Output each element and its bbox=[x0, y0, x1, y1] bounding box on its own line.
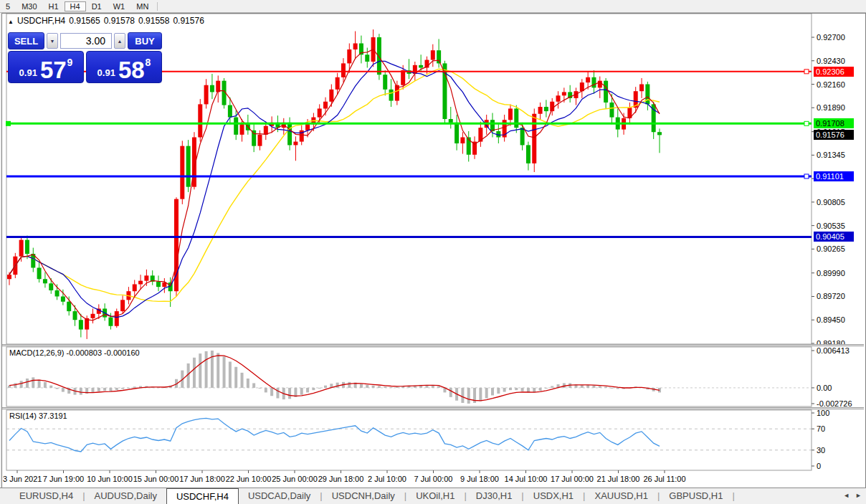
timeframe-5[interactable]: 5 bbox=[0, 1, 16, 11]
ohlc-close: 0.91576 bbox=[173, 16, 204, 26]
macd-histogram-bar bbox=[390, 387, 393, 388]
pane-splitter[interactable] bbox=[2, 344, 864, 346]
macd-histogram-bar bbox=[503, 388, 506, 392]
timeframe-h1[interactable]: H1 bbox=[43, 1, 65, 11]
tab-eurusd-h4[interactable]: EURUSD,H4 bbox=[10, 488, 82, 504]
candle-body bbox=[544, 107, 548, 111]
tab-scroll-right-icon[interactable]: ► bbox=[855, 492, 862, 499]
price-level-label: 0.91101 bbox=[814, 171, 854, 181]
time-tick-label: 14 Jul 10:00 bbox=[505, 475, 548, 483]
macd-histogram-bar bbox=[193, 358, 196, 388]
lot-increase-button[interactable]: ▲ bbox=[114, 33, 125, 49]
time-tick-label: 15 Jun 00:00 bbox=[133, 475, 179, 483]
candle-body bbox=[401, 70, 405, 85]
tab-xauusd-h1[interactable]: XAUUSD,H1 bbox=[586, 488, 657, 504]
candle-body bbox=[61, 296, 65, 301]
hline-right-handle[interactable] bbox=[804, 121, 809, 125]
candle-body bbox=[460, 138, 465, 143]
chart-symbol: USDCHF,H4 bbox=[17, 16, 65, 26]
candle-body bbox=[293, 142, 298, 146]
macd-histogram-bar bbox=[32, 377, 34, 388]
macd-tick-label: 0.00 bbox=[817, 384, 832, 392]
candle-body bbox=[365, 54, 369, 62]
candle-body bbox=[520, 128, 525, 145]
price-tick-label: 0.92700 bbox=[817, 33, 845, 42]
price-tick-label: 0.89720 bbox=[817, 292, 845, 300]
time-tick-label: 25 Jun 00:00 bbox=[272, 475, 318, 483]
macd-histogram-bar bbox=[223, 356, 226, 388]
candle-body bbox=[120, 300, 125, 311]
bid-main: 57 bbox=[40, 58, 67, 82]
tab-gbpusd-h1[interactable]: GBPUSD,H1 bbox=[660, 488, 732, 504]
symbol-tab-bar: EURUSD,H4|AUDUSD,DailyUSDCHF,H4USDCAD,Da… bbox=[0, 488, 866, 504]
macd-histogram-bar bbox=[318, 388, 321, 389]
time-tick-label: 17 Jun 18:00 bbox=[179, 475, 225, 483]
macd-values: -0.000803 -0.000160 bbox=[66, 348, 139, 357]
time-tick-label: 7 Jul 00:00 bbox=[414, 475, 453, 483]
hline-left-handle[interactable] bbox=[6, 121, 11, 126]
buy-button[interactable]: BUY bbox=[128, 32, 162, 49]
lot-decrease-button[interactable]: ▼ bbox=[47, 33, 58, 49]
toolbar-separator bbox=[157, 2, 158, 11]
rsi-pane[interactable] bbox=[6, 410, 812, 470]
hline-right-handle[interactable] bbox=[804, 174, 809, 179]
rsi-tick-label: 0 bbox=[817, 462, 821, 470]
tab-audusd-daily[interactable]: AUDUSD,Daily bbox=[85, 488, 166, 504]
ask-main: 58 bbox=[118, 58, 145, 82]
sell-button[interactable]: SELL bbox=[8, 32, 44, 49]
price-tick-label: 0.91345 bbox=[817, 151, 845, 159]
tab-usdchf-h4[interactable]: USDCHF,H4 bbox=[166, 488, 239, 504]
candle-body bbox=[377, 37, 381, 75]
one-click-trading-panel: SELL ▼ 3.00 ▲ BUY 0.91 57 9 0.91 58 8 bbox=[8, 32, 162, 83]
macd-histogram-bar bbox=[127, 388, 130, 389]
timeframe-m30[interactable]: M30 bbox=[16, 1, 42, 11]
bid-quote-panel[interactable]: 0.91 57 9 bbox=[8, 51, 84, 83]
macd-histogram-bar bbox=[509, 388, 512, 390]
timeframe-mn[interactable]: MN bbox=[130, 1, 154, 11]
tab-separator: | bbox=[732, 488, 734, 504]
candle-body bbox=[55, 290, 60, 296]
timeframe-w1[interactable]: W1 bbox=[108, 1, 131, 11]
tab-usdx-h1[interactable]: USDX,H1 bbox=[524, 488, 583, 504]
timeframe-d1[interactable]: D1 bbox=[86, 1, 108, 11]
candle-body bbox=[257, 135, 262, 146]
candle-body bbox=[657, 132, 662, 135]
time-tick-label: 22 Jun 10:00 bbox=[226, 475, 272, 483]
macd-histogram-bar bbox=[49, 386, 52, 388]
price-tick-label: 0.89450 bbox=[817, 315, 845, 324]
candle-body bbox=[609, 103, 614, 118]
time-tick-label: 10 Jun 10:00 bbox=[87, 475, 133, 483]
candle-body bbox=[514, 108, 518, 128]
macd-histogram-bar bbox=[252, 383, 255, 387]
tab-usdcad-daily[interactable]: USDCAD,Daily bbox=[239, 488, 320, 504]
candle-body bbox=[347, 49, 351, 63]
lot-size-input[interactable]: 3.00 bbox=[60, 33, 112, 49]
candle-body bbox=[43, 279, 47, 283]
macd-histogram-bar bbox=[103, 388, 106, 391]
candle-body bbox=[204, 85, 209, 105]
hline-right-handle[interactable] bbox=[804, 70, 809, 74]
tab-ukoil-h1[interactable]: UKOil,H1 bbox=[406, 488, 464, 504]
timeframe-h4[interactable]: H4 bbox=[65, 1, 86, 11]
macd-histogram-bar bbox=[97, 388, 100, 391]
macd-histogram-bar bbox=[592, 386, 595, 388]
macd-name: MACD(12,26,9) bbox=[9, 348, 64, 357]
candle-body bbox=[133, 285, 137, 292]
candle-body bbox=[455, 123, 459, 143]
macd-histogram-bar bbox=[241, 373, 244, 388]
macd-histogram-bar bbox=[551, 386, 553, 387]
tab-usdcnh-daily[interactable]: USDCNH,Daily bbox=[323, 488, 404, 504]
pane-splitter[interactable] bbox=[2, 407, 864, 409]
candle-body bbox=[437, 50, 441, 63]
chart-window[interactable]: 0.927000.924300.921600.918900.916150.913… bbox=[1, 13, 866, 489]
chart-canvas[interactable]: 0.927000.924300.921600.918900.916150.913… bbox=[2, 14, 864, 487]
ask-quote-panel[interactable]: 0.91 58 8 bbox=[86, 51, 162, 83]
price-level-label: 0.91708 bbox=[814, 118, 854, 128]
candle-body bbox=[234, 118, 238, 135]
collapse-panel-icon[interactable]: ▲ bbox=[8, 19, 14, 25]
macd-histogram-bar bbox=[258, 388, 261, 389]
macd-histogram-bar bbox=[247, 379, 249, 388]
candle-body bbox=[383, 75, 387, 90]
tab-dj30-h1[interactable]: DJ30,H1 bbox=[467, 488, 522, 504]
tab-scroll-left-icon[interactable]: ◄ bbox=[843, 492, 850, 499]
